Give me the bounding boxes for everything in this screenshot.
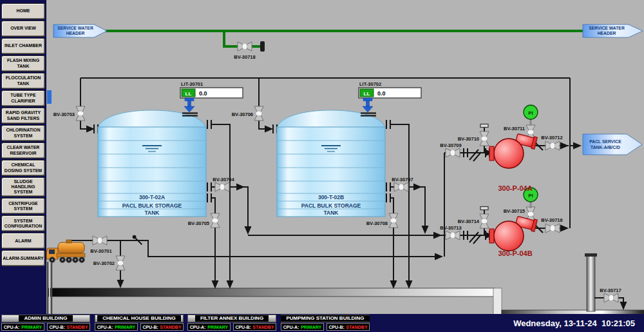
building-panel-filter-annex: FILTER ANNEX BUILDING CPU-A:PRIMARY CPU-…	[187, 315, 276, 331]
valve-bv-30702[interactable]: BV-30702	[93, 256, 125, 270]
sidebar-item-centrifuge-system[interactable]: CENTRIFUGE SYSTEM	[1, 198, 45, 214]
service-water-header-right-l1: SERVICE WATER	[589, 26, 625, 30]
cpu-b-label: CPU-B:	[49, 325, 65, 329]
valve-bv-30704[interactable]: BV-30704	[213, 177, 234, 191]
valve-bv-30715-label: BV-30715	[504, 208, 525, 214]
service-water-header-left-l2: HEADER	[66, 31, 85, 35]
valve-bv-30716-label: BV-30716	[541, 217, 562, 223]
cpu-b-value: STANDBY	[346, 325, 367, 329]
valve-bv-30707[interactable]: BV-30707	[392, 177, 413, 191]
pump-300-p-04a[interactable]: 300-P-04A	[489, 132, 537, 192]
valve-bv-30713-label: BV-30713	[440, 225, 461, 231]
tank-b-id: 300-T-02B	[318, 194, 344, 200]
valve-bv-30717-label: BV-30717	[600, 288, 621, 293]
cpu-a-status: CPU-A:PRIMARY	[95, 323, 138, 331]
valve-bv-30706-label: BV-30706	[232, 112, 253, 117]
sidebar-item-chlorination-system[interactable]: CHLORINATION SYSTEM	[1, 125, 45, 141]
strainer-pump-b	[469, 232, 481, 244]
sidebar-item-tube-type-clarifier[interactable]: TUBE TYPE CLARIFIER	[1, 90, 45, 106]
process-diagram: SERVICE WATER HEADER SERVICE WATER HEADE…	[0, 0, 644, 314]
valve-bv-30707-label: BV-30707	[392, 177, 413, 182]
sidebar-item-alarm-summary[interactable]: ALARM-SUMMARY	[1, 250, 45, 266]
building-title[interactable]: PUMPMING STATION BUILDING	[281, 315, 369, 322]
valve-bv-30718[interactable]: BV-30718	[234, 42, 255, 60]
tank-b-name-2: TANK	[324, 210, 339, 216]
cpu-a-value: PRIMARY	[301, 325, 321, 329]
strainer-pump-a	[469, 150, 481, 161]
sidebar-item-sludge-handling-system[interactable]: SLUDGE HANDLING SYSTEM	[1, 177, 45, 197]
cpu-a-label: CPU-A:	[190, 325, 206, 329]
tank-a-name-2: TANK	[145, 210, 160, 216]
tank-300-t-02a: 300-T-02A PACL BULK STORAGE TANK	[98, 110, 206, 217]
sidebar-item-flocculation-tank[interactable]: FLOCCULATION TANK	[1, 73, 45, 89]
cpu-b-status: CPU-B:STANDBY	[233, 323, 276, 331]
sidebar-item-inlet-chamber[interactable]: INLET CHAMBER	[1, 38, 45, 54]
pressure-indicator-pi-a[interactable]: PI	[524, 105, 538, 126]
tank-a-name-1: PACL BULK STORAGE	[122, 202, 182, 209]
valve-bv-30703[interactable]: BV-30703	[53, 106, 85, 121]
valve-bv-30704-label: BV-30704	[213, 177, 234, 182]
service-water-header-right-l2: HEADER	[598, 31, 616, 35]
hmi-main-area: SERVICE WATER HEADER SERVICE WATER HEADE…	[0, 0, 644, 332]
lit-30702-probe-icon	[363, 98, 373, 112]
cpu-a-label: CPU-A:	[4, 325, 20, 329]
valve-bv-30717[interactable]: BV-30717	[600, 288, 621, 302]
lit-30701-label: LIT-30701	[181, 81, 203, 87]
lit-30701-ll-text: LL	[185, 91, 192, 97]
cpu-b-value: STANDBY	[252, 325, 274, 329]
pacl-service-l1: PACL SERVICE	[589, 139, 621, 144]
valve-bv-30716[interactable]: BV-30716	[541, 217, 562, 233]
sidebar-item-overview[interactable]: OVER VIEW	[1, 21, 45, 37]
valve-bv-30705-label: BV-30705	[188, 220, 209, 226]
sidebar-item-rapid-gravity-sand-filters[interactable]: RAPID GRAVITY SAND FILTERS	[1, 108, 45, 124]
lit-30702-label: LIT-30702	[359, 81, 381, 87]
pump-b-label: 300-P-04B	[498, 249, 532, 257]
valve-bv-30712-label: BV-30712	[541, 135, 562, 141]
navigation-sidebar: HOME OVER VIEW INLET CHAMBER FLASH MIXIN…	[0, 0, 46, 314]
building-title[interactable]: CHEMICAL HOUSE BUILDING	[97, 315, 181, 322]
tank-a-id: 300-T-02A	[139, 194, 165, 200]
valve-bv-30712[interactable]: BV-30712	[541, 135, 562, 150]
service-water-header-left-l1: SERVICE WATER	[57, 26, 93, 30]
pump-300-p-04b[interactable]: 300-P-04B	[489, 215, 537, 257]
building-title[interactable]: FILTER ANNEX BUILDING	[195, 315, 269, 322]
valve-bv-30702-label: BV-30702	[93, 260, 115, 266]
valve-bv-30718-label: BV-30718	[234, 54, 255, 60]
cpu-a-value: PRIMARY	[207, 325, 228, 329]
sidebar-item-clear-water-reservoir[interactable]: CLEAR WATER RESERVOIR	[1, 142, 45, 159]
valve-bv-30709[interactable]: BV-30709	[440, 142, 461, 157]
lit-30701-probe-icon	[184, 98, 194, 112]
cpu-b-status: CPU-B:STANDBY	[140, 323, 184, 331]
sidebar-item-chemical-dosing-system[interactable]: CHEMICAL DOSING SYSTEM	[1, 160, 45, 176]
cpu-b-value: STANDBY	[66, 325, 88, 329]
valve-bv-30703-label: BV-30703	[53, 112, 75, 117]
level-indicator-lit-30701[interactable]: LIT-30701 LL 0.0	[180, 81, 243, 116]
lit-30702-ll-text: LL	[364, 91, 370, 97]
datetime-display: Wednesday, 13-11-24 10:21:05	[513, 318, 635, 328]
valve-bv-30701[interactable]: BV-30701	[90, 236, 111, 254]
valve-bv-30714[interactable]: BV-30714	[458, 207, 489, 229]
sidebar-item-system-configuration[interactable]: SYSTEM CONFIGURATION	[1, 215, 45, 231]
building-panel-chemical-house: CHEMICAL HOUSE BUILDING CPU-A:PRIMARY CP…	[95, 315, 184, 331]
sidebar-item-home[interactable]: HOME	[1, 3, 45, 19]
valve-bv-30706[interactable]: BV-30706	[232, 106, 263, 121]
valve-bv-30710[interactable]: BV-30710	[458, 124, 489, 146]
lit-30702-value: 0.0	[377, 90, 386, 97]
cpu-a-status: CPU-A:PRIMARY	[1, 323, 44, 331]
tanker-truck-icon	[46, 240, 85, 314]
lit-30701-value: 0.0	[199, 90, 207, 97]
valve-bv-30714-label: BV-30714	[458, 219, 480, 224]
pi-a-text: PI	[528, 110, 533, 116]
tank-300-t-02b: 300-T-02B PACL BULK STORAGE TANK	[277, 110, 385, 217]
sidebar-item-alarm[interactable]: ALARM	[1, 233, 45, 249]
valve-bv-30710-label: BV-30710	[458, 136, 479, 142]
cpu-a-value: PRIMARY	[21, 325, 42, 329]
valve-bv-30711-label: BV-30711	[504, 126, 525, 132]
valve-bv-30713[interactable]: BV-30713	[440, 225, 461, 240]
cpu-b-label: CPU-B:	[328, 325, 345, 329]
level-indicator-lit-30702[interactable]: LIT-30702 LL 0.0	[359, 81, 421, 116]
cpu-b-status: CPU-B:STANDBY	[47, 323, 90, 331]
sidebar-item-flash-mixing-tank[interactable]: FLASH MIXING TANK	[1, 55, 45, 72]
pacl-service-l2: TANK-A/B/C/D	[591, 145, 620, 150]
building-title[interactable]: ADMIN BUILDING	[19, 315, 72, 322]
